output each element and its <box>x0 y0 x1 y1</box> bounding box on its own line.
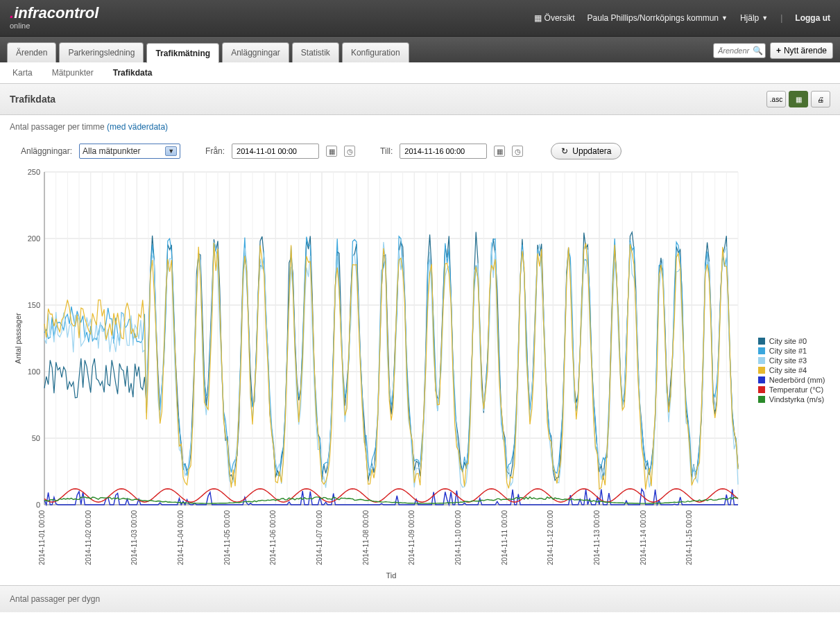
legend-swatch <box>758 396 765 403</box>
main-tabbar: ÄrendenParkeringsledningTrafikmätningAnl… <box>0 36 840 62</box>
legend-label: City site #4 <box>769 366 807 374</box>
legend-label: City site #0 <box>769 337 807 345</box>
print-button[interactable]: 🖨 <box>811 91 830 107</box>
update-button[interactable]: ↻Uppdatera <box>551 143 622 159</box>
subtab-trafikdata[interactable]: Trafikdata <box>113 68 153 78</box>
svg-text:0: 0 <box>35 501 40 509</box>
svg-text:2014-11-10 00:00: 2014-11-10 00:00 <box>454 510 462 565</box>
export-asc-button[interactable]: .asc <box>766 91 786 107</box>
svg-text:2014-11-15 00:00: 2014-11-15 00:00 <box>685 510 693 565</box>
svg-text:2014-11-01 00:00: 2014-11-01 00:00 <box>38 510 46 565</box>
chart-legend: City site #0City site #1City site #3City… <box>758 337 825 405</box>
legend-label: Vindstyrka (m/s) <box>769 395 824 404</box>
to-date-input[interactable] <box>400 144 487 159</box>
svg-text:Tid: Tid <box>386 571 396 580</box>
legend-swatch <box>758 386 765 393</box>
facilities-label: Anläggningar: <box>21 146 72 156</box>
legend-item[interactable]: City site #4 <box>758 366 825 374</box>
legend-swatch <box>758 347 765 354</box>
chevron-down-icon: ▼ <box>762 15 768 21</box>
section-header: Trafikdata .asc ▦ 🖨 <box>0 84 840 115</box>
search-icon[interactable]: 🔍 <box>753 46 763 55</box>
logo: .infracontrol online <box>10 6 98 29</box>
legend-swatch <box>758 367 765 374</box>
calendar-icon[interactable]: ▦ <box>494 146 505 157</box>
svg-text:2014-11-06 00:00: 2014-11-06 00:00 <box>269 510 277 565</box>
from-date-input[interactable] <box>232 144 319 159</box>
app-header: .infracontrol online ▦Översikt Paula Phi… <box>0 0 840 36</box>
subtab-karta[interactable]: Karta <box>12 68 33 78</box>
svg-text:250: 250 <box>27 168 40 176</box>
tab-anläggningar[interactable]: Anläggningar <box>222 42 289 62</box>
overview-link[interactable]: ▦Översikt <box>534 13 575 23</box>
svg-text:2014-11-05 00:00: 2014-11-05 00:00 <box>223 510 230 565</box>
tab-konfiguration[interactable]: Konfiguration <box>342 42 409 62</box>
svg-text:200: 200 <box>27 234 40 243</box>
svg-text:2014-11-03 00:00: 2014-11-03 00:00 <box>130 510 138 565</box>
svg-text:2014-11-13 00:00: 2014-11-13 00:00 <box>593 510 601 565</box>
export-excel-button[interactable]: ▦ <box>789 91 808 107</box>
from-label: Från: <box>205 146 225 156</box>
svg-text:2014-11-14 00:00: 2014-11-14 00:00 <box>639 510 646 565</box>
help-menu[interactable]: Hjälp ▼ <box>740 13 768 23</box>
tab-trafikmätning[interactable]: Trafikmätning <box>146 43 219 63</box>
new-case-button[interactable]: + Nytt ärende <box>770 42 833 59</box>
next-section-header: Antal passager per dygn <box>0 585 840 612</box>
svg-text:2014-11-11 00:00: 2014-11-11 00:00 <box>500 510 508 565</box>
legend-item[interactable]: Nederbörd (mm) <box>758 376 825 384</box>
legend-swatch <box>758 338 765 345</box>
refresh-icon: ↻ <box>561 146 568 156</box>
svg-text:100: 100 <box>27 367 40 376</box>
case-search[interactable]: 🔍 <box>713 43 766 58</box>
clock-icon[interactable]: ◷ <box>512 146 523 157</box>
chart-area: 0501001502002502014-11-01 00:002014-11-0… <box>11 165 830 585</box>
chart-controls: Anläggningar: Alla mätpunkter ▼ Från: ▦ … <box>0 133 840 165</box>
legend-label: City site #3 <box>769 356 807 365</box>
legend-item[interactable]: Temperatur (°C) <box>758 385 825 394</box>
top-right-nav: ▦Översikt Paula Phillips/Norrköpings kom… <box>534 13 830 23</box>
legend-swatch <box>758 376 765 383</box>
subtab-mätpunkter[interactable]: Mätpunkter <box>52 68 94 78</box>
clock-icon[interactable]: ◷ <box>344 146 355 157</box>
svg-text:Antal passager: Antal passager <box>14 313 22 364</box>
tab-statistik[interactable]: Statistik <box>292 42 339 62</box>
svg-text:2014-11-08 00:00: 2014-11-08 00:00 <box>361 510 369 565</box>
chart-title-row: Antal passager per timme (med väderdata) <box>0 115 840 133</box>
calendar-icon[interactable]: ▦ <box>326 146 337 157</box>
svg-text:2014-11-07 00:00: 2014-11-07 00:00 <box>316 510 323 565</box>
page-title: Trafikdata <box>10 94 55 105</box>
grid-icon: ▦ <box>534 13 542 23</box>
legend-item[interactable]: City site #3 <box>758 356 825 365</box>
case-search-input[interactable] <box>718 46 750 55</box>
legend-label: City site #1 <box>769 347 807 355</box>
weather-toggle-link[interactable]: (med väderdata) <box>107 122 168 132</box>
to-label: Till: <box>380 146 393 156</box>
svg-text:2014-11-04 00:00: 2014-11-04 00:00 <box>177 510 185 565</box>
user-menu[interactable]: Paula Phillips/Norrköpings kommun ▼ <box>588 13 728 23</box>
tab-ärenden[interactable]: Ärenden <box>7 42 56 62</box>
svg-text:50: 50 <box>31 434 40 442</box>
legend-item[interactable]: City site #1 <box>758 347 825 355</box>
legend-item[interactable]: City site #0 <box>758 337 825 345</box>
chevron-down-icon: ▼ <box>721 15 728 21</box>
legend-swatch <box>758 357 765 364</box>
chevron-down-icon: ▼ <box>165 146 177 156</box>
legend-label: Temperatur (°C) <box>769 385 823 394</box>
logout-link[interactable]: Logga ut <box>795 13 830 23</box>
svg-text:2014-11-02 00:00: 2014-11-02 00:00 <box>84 510 92 565</box>
traffic-chart: 0501001502002502014-11-01 00:002014-11-0… <box>11 165 830 585</box>
facilities-dropdown[interactable]: Alla mätpunkter ▼ <box>79 144 180 159</box>
svg-text:2014-11-12 00:00: 2014-11-12 00:00 <box>547 510 554 565</box>
svg-text:150: 150 <box>27 301 40 309</box>
legend-label: Nederbörd (mm) <box>769 376 825 384</box>
subtab-bar: KartaMätpunkterTrafikdata <box>0 62 840 84</box>
legend-item[interactable]: Vindstyrka (m/s) <box>758 395 825 404</box>
tab-parkeringsledning[interactable]: Parkeringsledning <box>59 42 144 62</box>
svg-text:2014-11-09 00:00: 2014-11-09 00:00 <box>408 510 415 565</box>
